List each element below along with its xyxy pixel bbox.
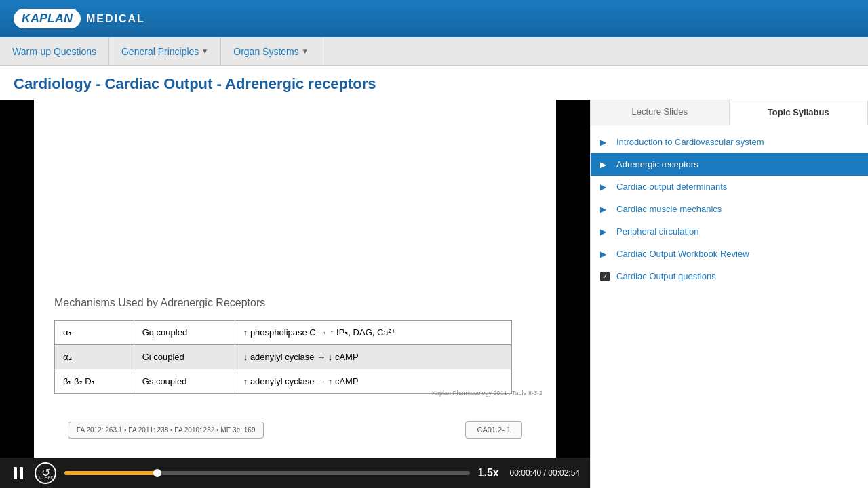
sidebar: Lecture Slides Topic Syllabus ▶ Introduc… — [590, 100, 868, 488]
page-content: Cardiology - Cardiac Output - Adrenergic… — [0, 66, 868, 488]
video-frame: Mechanisms Used by Adrenergic Receptors … — [0, 100, 590, 458]
table-row: α₂ Gi coupled ↓ adenylyl cyclase → ↓ cAM… — [55, 345, 512, 369]
kaplan-logo: KAPLAN — [14, 9, 81, 28]
sidebar-item-label: Cardiac output determinants — [616, 182, 727, 192]
sidebar-item-label: Cardiac Output Workbook Review — [616, 249, 749, 259]
sidebar-item-4[interactable]: ▶ Peripheral circulation — [591, 220, 868, 243]
coupling-cell: Gs coupled — [134, 369, 235, 394]
play-icon: ▶ — [600, 160, 610, 169]
speed-label[interactable]: 1.5x — [478, 467, 502, 479]
page-title-bar: Cardiology - Cardiac Output - Adrenergic… — [0, 66, 868, 100]
play-icon: ▶ — [600, 182, 610, 192]
sidebar-tabs: Lecture Slides Topic Syllabus — [591, 100, 868, 125]
slide-table-title: Mechanisms Used by Adrenergic Receptors — [54, 297, 536, 309]
logo-area: KAPLAN MEDICAL — [14, 9, 145, 28]
progress-thumb[interactable] — [153, 469, 161, 477]
check-icon: ✓ — [600, 272, 610, 281]
receptor-cell: α₂ — [55, 345, 134, 369]
ref-box: FA 2012: 263.1 • FA 2011: 238 • FA 2010:… — [68, 422, 264, 439]
replay-button[interactable]: ↺ 10 Sec — [35, 462, 56, 484]
sidebar-item-6[interactable]: ✓ Cardiac Output questions — [591, 265, 868, 287]
header: KAPLAN MEDICAL — [0, 0, 868, 37]
play-icon: ▶ — [600, 205, 610, 214]
play-icon: ▶ — [600, 138, 610, 147]
nav-general-principles[interactable]: General Principles ▼ — [109, 37, 221, 65]
nav-warmup[interactable]: Warm-up Questions — [0, 37, 109, 65]
video-controls: ↺ 10 Sec 1.5x 00:00:40 / 00:02:54 — [0, 458, 590, 488]
sidebar-item-1[interactable]: ▶ Adrenergic receptors — [591, 153, 868, 176]
adrenergic-table: α₁ Gq coupled ↑ phospholipase C → ↑ IP₃,… — [54, 320, 512, 394]
sidebar-item-3[interactable]: ▶ Cardiac muscle mechanics — [591, 198, 868, 220]
receptor-cell: α₁ — [55, 321, 134, 345]
chevron-down-icon: ▼ — [302, 47, 309, 55]
sidebar-items-list: ▶ Introduction to Cardiovascular system … — [591, 125, 868, 293]
tab-lecture-slides[interactable]: Lecture Slides — [591, 100, 729, 125]
video-container: Mechanisms Used by Adrenergic Receptors … — [0, 100, 590, 488]
nav-organ-systems[interactable]: Organ Systems ▼ — [221, 37, 321, 65]
sidebar-item-label: Introduction to Cardiovascular system — [616, 137, 764, 147]
pause-button[interactable] — [10, 465, 26, 481]
sidebar-item-0[interactable]: ▶ Introduction to Cardiovascular system — [591, 131, 868, 153]
sidebar-item-label: Cardiac Output questions — [616, 271, 716, 281]
page-title: Cardiology - Cardiac Output - Adrenergic… — [14, 75, 854, 93]
slide-area: Mechanisms Used by Adrenergic Receptors … — [34, 100, 556, 458]
main-content: Mechanisms Used by Adrenergic Receptors … — [0, 100, 868, 488]
table-row: α₁ Gq coupled ↑ phospholipase C → ↑ IP₃,… — [55, 321, 512, 345]
sidebar-item-5[interactable]: ▶ Cardiac Output Workbook Review — [591, 243, 868, 265]
coupling-cell: Gq coupled — [134, 321, 235, 345]
sidebar-item-2[interactable]: ▶ Cardiac output determinants — [591, 176, 868, 198]
progress-fill — [64, 471, 157, 475]
time-display: 00:00:40 / 00:02:54 — [510, 468, 580, 478]
receptor-cell: β₁ β₂ D₁ — [55, 369, 134, 394]
sidebar-item-label: Adrenergic receptors — [616, 159, 698, 169]
mechanism-cell: ↓ adenylyl cyclase → ↓ cAMP — [235, 345, 511, 369]
video-inner: Mechanisms Used by Adrenergic Receptors … — [0, 100, 590, 458]
sidebar-item-label: Cardiac muscle mechanics — [616, 204, 722, 214]
play-icon: ▶ — [600, 227, 610, 237]
nav-bar: Warm-up Questions General Principles ▼ O… — [0, 37, 868, 66]
slide-reference: Kaplan Pharmacology 2011 : Table II-3-2 — [432, 390, 542, 396]
mechanism-cell: ↑ phospholipase C → ↑ IP₃, DAG, Ca²⁺ — [235, 321, 511, 345]
medical-label: MEDICAL — [86, 13, 145, 25]
video-black-right — [556, 100, 590, 458]
slide-bottom-bar: FA 2012: 263.1 • FA 2011: 238 • FA 2010:… — [54, 421, 536, 439]
tab-topic-syllabus[interactable]: Topic Syllabus — [729, 100, 869, 125]
chevron-down-icon: ▼ — [201, 47, 208, 55]
sidebar-item-label: Peripheral circulation — [616, 226, 698, 237]
progress-bar[interactable] — [64, 471, 470, 475]
code-box: CA01.2- 1 — [465, 421, 522, 439]
video-black-left — [0, 100, 34, 458]
coupling-cell: Gi coupled — [134, 345, 235, 369]
play-icon: ▶ — [600, 249, 610, 259]
